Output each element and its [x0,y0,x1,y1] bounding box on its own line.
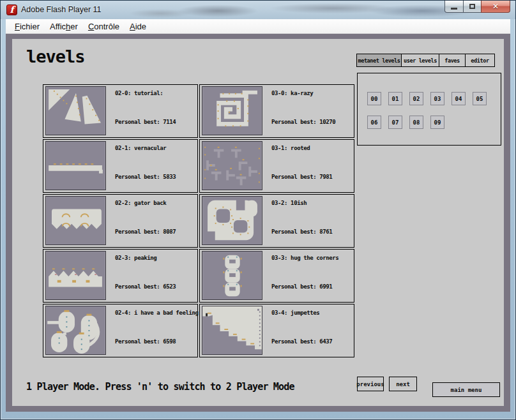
level-thumbnail-bumpy-band [45,251,106,300]
level-card-02-0[interactable]: 02-0: tutorial: Personal best: 7114 [43,84,198,138]
level-title: 03-2: 10ish [271,200,307,206]
episode-button-09[interactable]: 09 [430,116,444,129]
title-bar[interactable]: f Adobe Flash Player 11 ✕ [1,1,515,19]
level-best: Personal best: 10270 [271,119,335,125]
menu-fichier[interactable]: Fichier [10,20,45,33]
window-title: Adobe Flash Player 11 [21,5,102,14]
flash-player-window: f Adobe Flash Player 11 ✕ Fichier Affich… [0,0,516,420]
level-title: 02-3: peaking [115,255,156,261]
level-title: 02-1: vernacular [115,145,166,151]
level-best: Personal best: 8761 [271,229,332,235]
episode-button-07[interactable]: 07 [388,116,402,129]
next-button[interactable]: next [389,377,417,391]
level-title: 02-4: i have a bad feeling [115,310,198,316]
tab-faves[interactable]: faves [439,54,466,67]
episode-button-01[interactable]: 01 [388,92,402,105]
level-card-02-2[interactable]: 02-2: gator back Personal best: 8087 [43,194,198,248]
episode-row-1: 00 01 02 03 04 05 [367,92,487,105]
level-thumbnail-stacked-squares [202,251,262,300]
level-best: Personal best: 5833 [115,174,176,180]
level-card-02-4[interactable]: 02-4: i have a bad feeling Personal best… [43,304,198,357]
level-card-03-4[interactable]: 03-4: jumpettes Personal best: 6437 [199,304,354,357]
episode-button-00[interactable]: 00 [367,92,381,105]
tab-metanet-levels[interactable]: metanet levels [356,54,402,67]
level-thumbnail-blob-with-holes [202,196,262,245]
minimize-button[interactable] [444,1,464,13]
episode-button-04[interactable]: 04 [452,92,466,105]
level-thumbnail-connected-blobs [45,306,106,355]
level-source-tabs: metanet levels user levels faves editor [356,54,495,67]
main-menu-button[interactable]: main menu [432,382,500,397]
episode-button-08[interactable]: 08 [409,116,423,129]
menu-controle[interactable]: Contrôle [83,20,125,33]
flash-player-icon: f [6,4,17,15]
episode-button-03[interactable]: 03 [430,92,444,105]
previous-button[interactable]: previous [357,377,384,391]
level-best: Personal best: 6598 [115,338,176,345]
tab-editor[interactable]: editor [465,54,495,67]
level-title: 02-2: gator back [115,200,166,206]
level-thumbnail-tee-pieces [202,141,262,190]
level-best: Personal best: 7981 [271,174,332,180]
page-title: levels [26,47,85,66]
level-title: 02-0: tutorial: [115,90,163,96]
maximize-button[interactable] [463,1,482,13]
level-thumbnail-square-spiral [202,86,262,135]
window-controls: ✕ [445,1,510,13]
minimize-icon [451,8,457,10]
level-card-03-3[interactable]: 03-3: hug the corners Personal best: 699… [199,249,354,303]
level-card-03-0[interactable]: 03-0: ka-razy Personal best: 10270 [199,84,354,138]
episode-row-2: 06 07 08 09 [367,116,444,129]
episode-button-05[interactable]: 05 [473,92,487,105]
level-card-03-1[interactable]: 03-1: rooted Personal best: 7981 [199,139,354,193]
level-thumbnail-horizontal-bar [45,141,106,190]
level-best: Personal best: 7114 [115,119,176,125]
level-card-03-2[interactable]: 03-2: 10ish Personal best: 8761 [199,194,354,248]
menu-bar: Fichier Afficher Contrôle Aide [6,19,510,34]
level-best: Personal best: 8087 [115,229,176,235]
level-card-grid: 02-0: tutorial: Personal best: 7114 03-0… [43,84,354,357]
level-best: Personal best: 6991 [271,283,332,290]
episode-button-06[interactable]: 06 [367,116,381,129]
level-title: 03-4: jumpettes [271,310,319,316]
level-best: Personal best: 6437 [271,338,332,345]
episode-picker-panel: 00 01 02 03 04 05 06 07 08 09 [357,73,501,146]
menu-aide[interactable]: Aide [125,20,151,33]
game-stage: levels metanet levels user levels faves … [12,39,504,406]
level-title: 03-0: ka-razy [271,90,313,96]
level-thumbnail-zigzag-teeth [45,196,106,245]
level-best: Personal best: 6523 [115,283,176,290]
close-button[interactable]: ✕ [481,1,510,13]
menu-afficher[interactable]: Afficher [45,20,83,33]
player-mode-status: 1 Player Mode. Press 'n' to switch to 2 … [26,381,294,393]
level-card-02-1[interactable]: 02-1: vernacular Personal best: 5833 [43,139,198,193]
level-thumbnail-descending-stairs [202,306,262,355]
close-icon: ✕ [492,3,499,10]
level-thumbnail-diagonal-slopes [45,86,106,135]
stage-frame: levels metanet levels user levels faves … [6,34,510,412]
level-title: 03-3: hug the corners [271,255,338,261]
maximize-icon [469,4,475,9]
level-card-02-3[interactable]: 02-3: peaking Personal best: 6523 [43,249,198,303]
tab-user-levels[interactable]: user levels [401,54,439,67]
level-title: 03-1: rooted [271,145,310,151]
episode-button-02[interactable]: 02 [409,92,423,105]
